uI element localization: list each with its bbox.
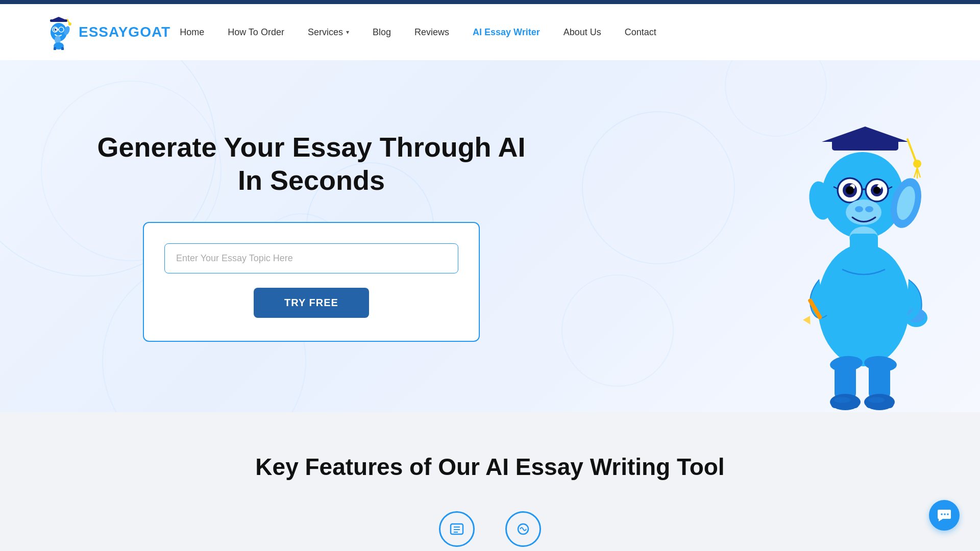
svg-point-68	[947, 513, 949, 515]
logo-text: ESSAYGOAT	[79, 24, 170, 40]
feature-icon-svg-1	[449, 521, 465, 537]
features-section: Key Features of Our AI Essay Writing Too…	[0, 412, 980, 551]
svg-point-66	[941, 513, 943, 515]
svg-point-60	[868, 397, 885, 403]
hero-title: Generate Your Essay Through AI In Second…	[82, 131, 541, 197]
nav-home[interactable]: Home	[170, 23, 213, 42]
chat-icon	[937, 508, 952, 523]
logo[interactable]: ESSAYGOAT	[41, 14, 170, 50]
svg-point-67	[944, 513, 946, 515]
svg-point-59	[834, 397, 850, 403]
nav-reviews[interactable]: Reviews	[405, 23, 458, 42]
logo-goat-icon	[41, 14, 77, 50]
nav-how-to-order[interactable]: How To Order	[218, 23, 293, 42]
hero-section: Generate Your Essay Through AI In Second…	[0, 60, 980, 412]
nav-ai-essay-writer[interactable]: AI Essay Writer	[463, 23, 549, 42]
feature-icon-svg-2	[515, 521, 531, 537]
svg-rect-12	[61, 47, 64, 50]
try-free-button[interactable]: TRY FREE	[254, 288, 369, 318]
chat-button[interactable]	[929, 500, 960, 531]
nav-services[interactable]: Services ▾	[299, 23, 358, 42]
feature-icon-1	[439, 511, 475, 547]
svg-marker-1	[50, 17, 67, 20]
nav-contact[interactable]: Contact	[616, 23, 666, 42]
svg-rect-11	[54, 47, 56, 50]
essay-form: TRY FREE	[143, 222, 480, 342]
main-nav: Home How To Order Services ▾ Blog Review…	[170, 23, 939, 42]
services-chevron-icon: ▾	[346, 29, 349, 36]
hero-content: Generate Your Essay Through AI In Second…	[0, 131, 980, 342]
feature-icon-2	[505, 511, 541, 547]
nav-blog[interactable]: Blog	[363, 23, 400, 42]
header: ESSAYGOAT Home How To Order Services ▾ B…	[0, 4, 980, 60]
top-accent-bar	[0, 0, 980, 4]
svg-rect-52	[835, 361, 856, 399]
svg-point-3	[68, 22, 71, 26]
features-grid	[82, 511, 898, 547]
feature-item-1	[439, 511, 475, 547]
essay-topic-input[interactable]	[164, 243, 458, 273]
svg-rect-56	[869, 361, 890, 399]
hero-left: Generate Your Essay Through AI In Second…	[82, 131, 541, 342]
nav-about-us[interactable]: About Us	[554, 23, 610, 42]
feature-item-2	[505, 511, 541, 547]
features-title: Key Features of Our AI Essay Writing Too…	[82, 453, 898, 481]
svg-point-7	[56, 29, 57, 30]
